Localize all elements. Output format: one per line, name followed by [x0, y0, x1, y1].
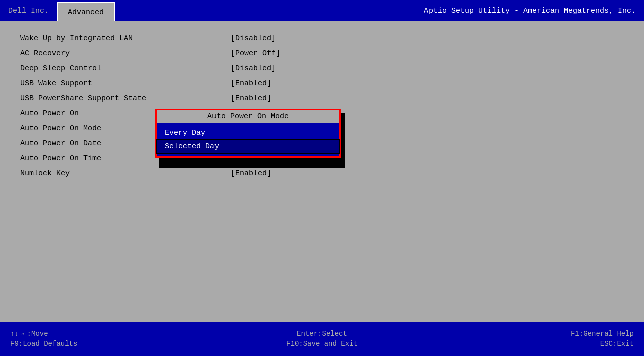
setting-name: AC Recovery	[20, 49, 231, 58]
setting-name: USB Wake Support	[20, 79, 231, 88]
bottom-row-2: F9:Load Defaults F10:Save and Exit ESC:E…	[10, 340, 634, 348]
table-row[interactable]: USB PowerShare Support State[Enabled]	[20, 91, 624, 105]
screen: Dell Inc. Advanced Aptio Setup Utility -…	[0, 0, 644, 356]
bottom-bar: ↑↓→←:Move Enter:Select F1:General Help F…	[0, 322, 644, 356]
popup-box: Auto Power On Mode Every DaySelected Day	[155, 109, 341, 158]
table-row[interactable]: AC Recovery[Power Off]	[20, 46, 624, 60]
popup-item[interactable]: Every Day	[157, 126, 339, 140]
setting-value: [Power Off]	[231, 49, 280, 58]
table-row[interactable]: Deep Sleep Control[Disabled]	[20, 61, 624, 75]
hint-load-defaults: F9:Load Defaults	[10, 340, 218, 348]
setting-value: [Enabled]	[231, 169, 271, 178]
hint-esc-exit: ESC:Exit	[426, 340, 634, 348]
table-row[interactable]: USB Wake Support[Enabled]	[20, 76, 624, 90]
hint-move: ↑↓→←:Move	[10, 330, 218, 338]
popup-items: Every DaySelected Day	[157, 123, 339, 156]
setting-value: [Disabled]	[231, 34, 276, 43]
hint-general-help: F1:General Help	[426, 330, 634, 338]
setting-name: Wake Up by Integrated LAN	[20, 34, 231, 43]
setting-value: [Disabled]	[231, 64, 276, 73]
popup-item[interactable]: Selected Day	[157, 140, 339, 153]
utility-title: Aptio Setup Utility - American Megatrend…	[416, 0, 644, 21]
hint-select: Enter:Select	[218, 330, 426, 338]
bottom-row-1: ↑↓→←:Move Enter:Select F1:General Help	[10, 330, 634, 338]
table-row[interactable]: Wake Up by Integrated LAN[Disabled]	[20, 31, 624, 45]
popup-overlay: Auto Power On Mode Every DaySelected Day	[155, 109, 341, 158]
hint-save-exit: F10:Save and Exit	[218, 340, 426, 348]
setting-value: [Enabled]	[231, 79, 271, 88]
setting-name: Numlock Key	[20, 169, 231, 178]
table-row[interactable]: Numlock Key[Enabled]	[20, 166, 624, 181]
setting-name: USB PowerShare Support State	[20, 94, 231, 103]
setting-name: Deep Sleep Control	[20, 64, 231, 73]
top-bar: Dell Inc. Advanced Aptio Setup Utility -…	[0, 0, 644, 21]
setting-value: [Enabled]	[231, 94, 271, 103]
vendor-label: Dell Inc.	[0, 0, 57, 21]
popup-title: Auto Power On Mode	[157, 110, 339, 123]
tab-advanced[interactable]: Advanced	[57, 2, 115, 21]
main-content: Wake Up by Integrated LAN[Disabled]AC Re…	[0, 21, 644, 322]
